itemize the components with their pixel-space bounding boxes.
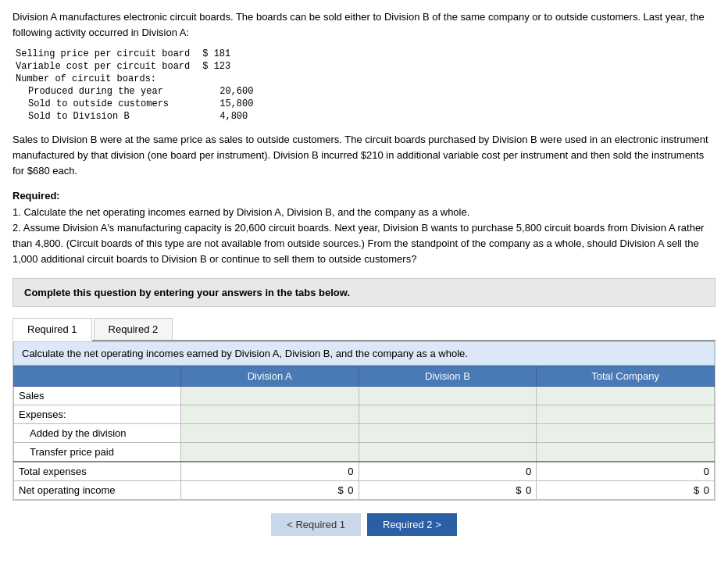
value-sold-division-b: 4,800 [196,110,259,123]
cell-expenses-b [359,405,537,424]
value-produced: 20,600 [196,85,259,98]
col-header-division-b: Division B [359,366,537,387]
question-header: Calculate the net operating incomes earn… [13,341,715,366]
value-net-income-b: $ 0 [359,481,537,500]
label-number-boards: Number of circuit boards: [12,73,196,85]
transfer-div-a-input[interactable] [186,446,354,458]
dollar-sign-b: $ [516,484,521,496]
col-header-empty [14,366,181,387]
required-item-1: 1. Calculate the net operating incomes e… [12,206,469,218]
next-label: Required 2 [383,519,435,530]
input-added-total[interactable] [537,424,715,443]
added-div-a-input[interactable] [186,427,354,439]
label-added-by-division: Added by the division [14,424,181,443]
input-sales-div-a[interactable] [180,387,359,405]
required-label: Required: [12,190,60,202]
next-arrow-icon: > [435,519,441,530]
label-produced: Produced during the year [12,85,196,98]
sales-div-b-input[interactable] [364,390,532,402]
complete-instruction: Complete this question by entering your … [12,278,716,307]
col-header-total: Total Company [537,366,715,387]
cell-expenses-total [537,405,715,424]
cell-expenses-a [180,405,359,424]
tab-content: Calculate the net operating incomes earn… [12,341,716,501]
tab-required-2[interactable]: Required 2 [94,318,173,340]
added-div-b-input[interactable] [364,427,532,439]
tab-required-1[interactable]: Required 1 [12,318,92,341]
label-expenses: Expenses: [14,405,181,424]
row-added-by-division: Added by the division [14,424,715,443]
sales-total-input[interactable] [541,390,709,402]
prev-button[interactable]: < Required 1 [271,513,361,536]
label-sold-outside: Sold to outside customers [12,98,196,110]
input-added-div-b[interactable] [359,424,537,443]
sales-div-a-input[interactable] [186,390,354,402]
required-section: Required: 1. Calculate the net operating… [12,188,716,267]
label-net-operating-income: Net operating income [14,481,181,500]
transfer-div-b-input[interactable] [364,446,532,458]
input-transfer-total[interactable] [537,443,715,462]
row-total-expenses: Total expenses 0 0 0 [14,462,715,481]
data-table: Selling price per circuit board $ 181 Va… [12,48,259,123]
table-row: Variable cost per circuit board $ 123 [12,60,259,73]
row-expenses-header: Expenses: [14,405,715,424]
tabs-container: Required 1 Required 2 [12,318,716,341]
label-variable-cost: Variable cost per circuit board [12,60,196,73]
table-row: Number of circuit boards: [12,73,259,85]
table-header-row: Division A Division B Total Company [14,366,715,387]
table-row: Selling price per circuit board $ 181 [12,48,259,60]
next-button[interactable]: Required 2 > [367,513,457,536]
input-added-div-a[interactable] [180,424,359,443]
nav-buttons: < Required 1 Required 2 > [12,513,716,536]
transfer-total-input[interactable] [541,446,709,458]
prev-label: Required 1 [295,519,345,530]
added-total-input[interactable] [541,427,709,439]
value-total-expenses-total: 0 [537,462,715,481]
table-row: Sold to outside customers 15,800 [12,98,259,110]
calculation-table: Division A Division B Total Company Sale… [13,366,715,500]
label-transfer-price: Transfer price paid [14,443,181,462]
value-total-expenses-a: 0 [180,462,359,481]
dollar-sign-a: $ [337,484,343,496]
intro-paragraph1: Division A manufactures electronic circu… [12,9,716,40]
table-row: Sold to Division B 4,800 [12,110,259,123]
required-item-2: 2. Assume Division A's manufacturing cap… [12,222,704,265]
narrative-paragraph: Sales to Division B were at the same pri… [12,132,716,179]
value-sold-outside: 15,800 [196,98,259,110]
row-sales: Sales [14,387,715,405]
label-sold-division-b: Sold to Division B [12,110,196,123]
row-net-operating-income: Net operating income $ 0 $ 0 $ 0 [14,481,715,500]
value-net-income-a: $ 0 [180,481,359,500]
prev-arrow-icon: < [287,519,293,530]
input-sales-div-b[interactable] [359,387,537,405]
label-sales: Sales [14,387,181,405]
row-transfer-price: Transfer price paid [14,443,715,462]
dollar-sign-total: $ [694,484,699,496]
col-header-division-a: Division A [180,366,359,387]
value-net-income-total: $ 0 [537,481,715,500]
table-row: Produced during the year 20,600 [12,85,259,98]
input-transfer-div-b[interactable] [359,443,537,462]
input-sales-total[interactable] [537,387,715,405]
value-variable-cost: $ 123 [196,60,259,73]
label-selling-price: Selling price per circuit board [12,48,196,60]
value-total-expenses-b: 0 [359,462,537,481]
value-selling-price: $ 181 [196,48,259,60]
label-total-expenses: Total expenses [14,462,181,481]
input-transfer-div-a[interactable] [180,443,359,462]
